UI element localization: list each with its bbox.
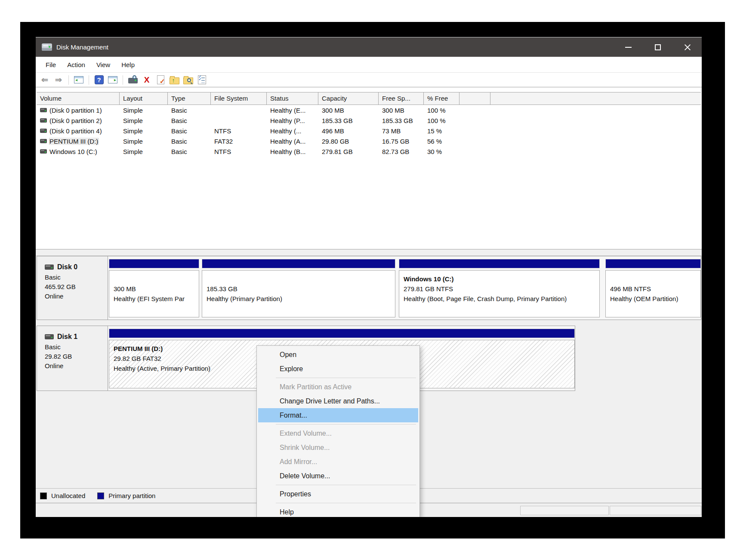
cell-capacity: 300 MB (318, 107, 379, 114)
folder-up-icon[interactable]: ↑ (169, 74, 180, 86)
table-row[interactable]: (Disk 0 partition 1) Simple Basic Health… (37, 105, 701, 115)
cell-volume: Windows 10 (C:) (49, 148, 97, 155)
cell-status: Healthy (E... (267, 107, 318, 114)
disk1-size: 29.82 GB (45, 352, 108, 361)
help-icon[interactable]: ? (93, 74, 105, 86)
volume-list-area: Volume Layout Type File System Status Ca… (36, 87, 702, 249)
col-pct-free[interactable]: % Free (424, 92, 459, 105)
partition-size: 185.33 GB (207, 284, 395, 294)
pane-splitter[interactable] (36, 249, 702, 255)
ctx-change-drive-letter[interactable]: Change Drive Letter and Paths... (258, 394, 418, 408)
toolbar-separator (123, 75, 123, 85)
ctx-add-mirror: Add Mirror... (258, 455, 418, 469)
col-volume[interactable]: Volume (37, 92, 120, 105)
partition-windows-c[interactable]: Windows 10 (C:) 279.81 GB NTFS Healthy (… (399, 256, 600, 320)
desktop-black-frame: Disk Management File Action View Help ⇐ … (20, 22, 725, 538)
table-row[interactable]: (Disk 0 partition 2) Simple Basic Health… (37, 115, 701, 126)
cell-pct: 56 % (424, 138, 459, 145)
menu-separator (276, 424, 416, 425)
console-tree-icon[interactable]: ◂ (73, 74, 84, 86)
partition-status: Healthy (Primary Partition) (207, 294, 395, 304)
cell-free: 82.73 GB (379, 148, 424, 155)
col-layout[interactable]: Layout (120, 92, 168, 105)
maximize-button[interactable] (648, 37, 668, 57)
close-icon (684, 44, 691, 51)
disk1-name: Disk 1 (57, 332, 77, 342)
partition-efi[interactable]: 300 MB Healthy (EFI System Par (109, 256, 199, 320)
cell-type: Basic (168, 117, 211, 124)
cell-volume: (Disk 0 partition 2) (49, 117, 102, 124)
disk1-kind: Basic (45, 342, 108, 352)
status-panel (610, 506, 701, 515)
partition-recovery[interactable]: 185.33 GB Healthy (Primary Partition) (202, 256, 395, 320)
table-row[interactable]: Windows 10 (C:) Simple Basic NTFS Health… (37, 146, 701, 157)
toolbar: ⇐ ⇒ ◂ ? ▸ X ✓ ↑ (36, 72, 702, 87)
back-arrow-icon[interactable]: ⇐ (39, 74, 50, 86)
ctx-help[interactable]: Help (258, 505, 418, 517)
partition-color-bar (202, 259, 395, 268)
col-file-system[interactable]: File System (211, 92, 267, 105)
cell-capacity: 279.81 GB (318, 148, 379, 155)
partition-size: 496 MB NTFS (610, 284, 700, 294)
ctx-format[interactable]: Format... (258, 408, 418, 422)
col-type[interactable]: Type (168, 92, 211, 105)
cell-pct: 30 % (424, 148, 459, 155)
folder-search-icon[interactable] (182, 74, 194, 86)
cell-layout: Simple (120, 148, 168, 155)
menu-file[interactable]: File (40, 58, 62, 71)
disk0-size: 465.92 GB (45, 282, 108, 292)
partition-name (207, 274, 395, 284)
cell-type: Basic (168, 127, 211, 135)
toolbar-separator (68, 75, 69, 85)
cell-capacity: 185.33 GB (318, 117, 379, 124)
partition-size: 300 MB (114, 284, 199, 294)
action-pane-icon[interactable]: ▸ (107, 74, 118, 86)
col-capacity[interactable]: Capacity (318, 92, 379, 105)
ctx-properties[interactable]: Properties (258, 487, 418, 501)
cell-fs: NTFS (211, 148, 267, 155)
menu-help[interactable]: Help (116, 58, 140, 71)
partition-status: Healthy (EFI System Par (114, 294, 199, 304)
cell-type: Basic (168, 148, 211, 155)
cell-layout: Simple (120, 127, 168, 135)
ctx-explore[interactable]: Explore (258, 362, 418, 376)
close-button[interactable] (678, 37, 697, 57)
disk-icon (45, 265, 54, 270)
partition-color-bar (605, 259, 701, 268)
menu-separator (276, 503, 416, 503)
computer-search-icon[interactable] (127, 74, 139, 86)
menu-separator (276, 378, 416, 378)
menu-separator (276, 485, 416, 485)
disk1-info-panel[interactable]: Disk 1 Basic 29.82 GB Online (37, 326, 108, 391)
cell-volume: PENTIUM III (D:) (49, 138, 98, 145)
checklist-icon[interactable] (196, 74, 207, 86)
cell-pct: 100 % (424, 117, 459, 124)
ctx-open[interactable]: Open (258, 348, 418, 362)
titlebar: Disk Management (36, 37, 702, 57)
menu-action[interactable]: Action (62, 58, 91, 71)
col-free-space[interactable]: Free Sp... (379, 92, 424, 105)
forward-arrow-icon[interactable]: ⇒ (53, 74, 64, 86)
cell-layout: Simple (120, 138, 168, 145)
window-title: Disk Management (56, 43, 108, 51)
menu-view[interactable]: View (91, 58, 116, 71)
unallocated-label: Unallocated (51, 492, 85, 499)
partition-oem[interactable]: 496 MB NTFS Healthy (OEM Partition) (605, 256, 701, 320)
cell-capacity: 29.80 GB (318, 138, 379, 145)
table-row-selected[interactable]: PENTIUM III (D:) Simple Basic FAT32 Heal… (37, 136, 701, 146)
col-status[interactable]: Status (267, 92, 318, 105)
partition-color-bar (109, 329, 575, 338)
minimize-button[interactable] (618, 37, 638, 57)
delete-x-icon[interactable]: X (141, 74, 152, 86)
disk-icon (45, 334, 54, 339)
document-check-icon[interactable]: ✓ (155, 74, 166, 86)
disk0-info-panel[interactable]: Disk 0 Basic 465.92 GB Online (37, 256, 108, 320)
disk0-state: Online (45, 292, 108, 301)
drive-icon (40, 139, 47, 143)
minimize-icon (625, 47, 632, 48)
cell-type: Basic (168, 107, 211, 114)
partition-name (114, 274, 199, 284)
ctx-delete-volume[interactable]: Delete Volume... (258, 469, 418, 483)
primary-partition-swatch (97, 492, 104, 499)
table-row[interactable]: (Disk 0 partition 4) Simple Basic NTFS H… (37, 126, 701, 136)
